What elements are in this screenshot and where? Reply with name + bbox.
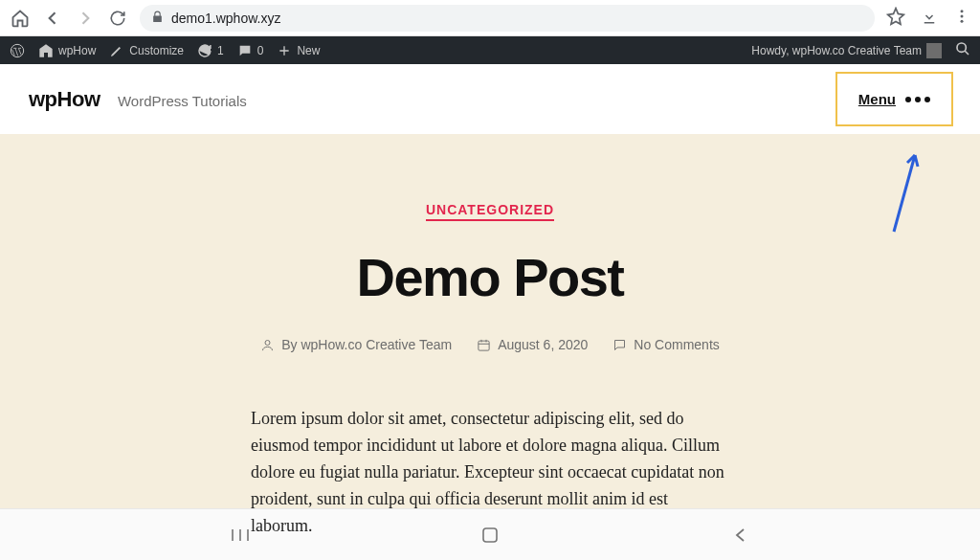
- wp-logo-icon[interactable]: [10, 43, 25, 58]
- comment-icon: [612, 338, 627, 352]
- back-icon[interactable]: [42, 8, 63, 29]
- person-icon: [260, 338, 275, 352]
- post-comments-link[interactable]: No Comments: [612, 337, 719, 352]
- menu-label: Menu: [858, 91, 896, 107]
- post-category-link[interactable]: UNCATEGORIZED: [426, 202, 554, 221]
- svg-point-2: [961, 19, 964, 22]
- post: UNCATEGORIZED Demo Post By wpHow.co Crea…: [136, 201, 844, 539]
- calendar-icon: [477, 338, 491, 352]
- svg-point-5: [265, 340, 270, 345]
- wp-new-link[interactable]: New: [277, 43, 320, 58]
- content-area: UNCATEGORIZED Demo Post By wpHow.co Crea…: [0, 134, 980, 508]
- forward-icon[interactable]: [75, 8, 96, 29]
- svg-rect-6: [479, 341, 489, 350]
- svg-point-4: [957, 43, 966, 52]
- home-icon[interactable]: [10, 8, 31, 29]
- avatar: [926, 43, 942, 58]
- post-body: Lorem ipsum dolor sit amet, consectetur …: [251, 406, 729, 539]
- site-header: wpHow WordPress Tutorials Menu: [0, 64, 980, 134]
- svg-point-0: [961, 10, 964, 12]
- wp-admin-bar: wpHow Customize 1 0 New Howdy, wpHow.co …: [0, 36, 980, 64]
- post-date[interactable]: August 6, 2020: [477, 337, 588, 352]
- star-icon[interactable]: [886, 7, 905, 30]
- wp-comments-link[interactable]: 0: [237, 43, 264, 58]
- post-meta: By wpHow.co Creative Team August 6, 2020…: [136, 337, 844, 352]
- address-bar[interactable]: demo1.wphow.xyz: [140, 5, 875, 32]
- lock-icon: [151, 11, 164, 26]
- site-title[interactable]: wpHow: [29, 87, 100, 111]
- arrow-annotation: [884, 149, 923, 235]
- url-text: demo1.wphow.xyz: [171, 11, 280, 26]
- menu-button[interactable]: Menu: [835, 72, 953, 126]
- post-author[interactable]: By wpHow.co Creative Team: [260, 337, 452, 352]
- reload-icon[interactable]: [107, 8, 128, 29]
- download-icon[interactable]: [921, 8, 938, 29]
- wp-customize-link[interactable]: Customize: [109, 43, 184, 58]
- kebab-menu-icon[interactable]: [953, 8, 970, 29]
- wp-greeting[interactable]: Howdy, wpHow.co Creative Team: [751, 43, 942, 58]
- browser-toolbar: demo1.wphow.xyz: [0, 0, 980, 36]
- search-icon[interactable]: [955, 41, 970, 59]
- wp-updates-link[interactable]: 1: [197, 43, 224, 58]
- wp-site-link[interactable]: wpHow: [38, 43, 96, 58]
- svg-point-1: [961, 14, 964, 17]
- ellipsis-icon: [905, 97, 930, 102]
- site-tagline: WordPress Tutorials: [118, 93, 247, 109]
- post-title: Demo Post: [136, 246, 844, 308]
